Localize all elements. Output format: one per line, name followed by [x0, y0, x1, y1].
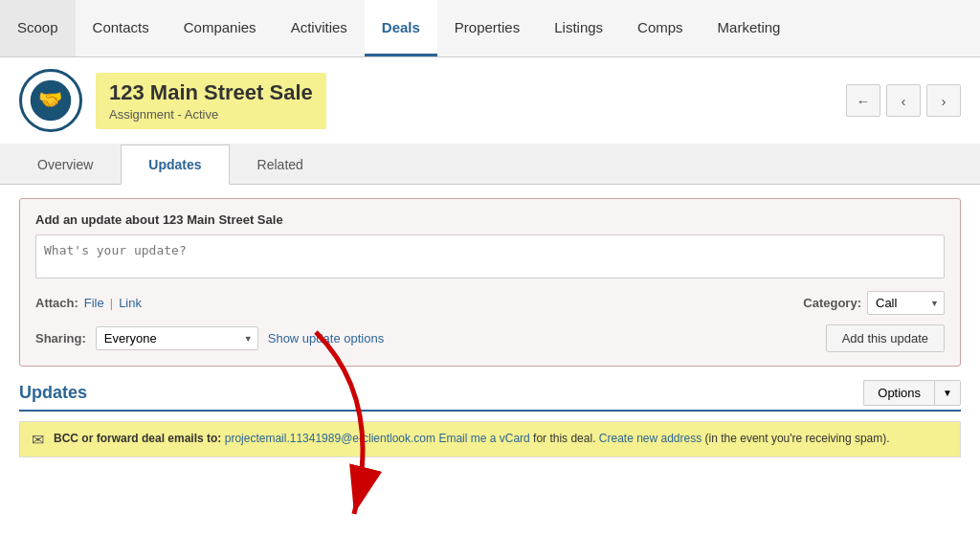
- nav-item-companies[interactable]: Companies: [167, 0, 274, 56]
- deal-header: 🤝 123 Main Street Sale Assignment - Acti…: [0, 57, 980, 144]
- attach-file-link[interactable]: File: [84, 296, 104, 310]
- options-button[interactable]: Options: [863, 380, 934, 406]
- update-form-attach-row: Attach: File | Link Category: CallEmailM…: [35, 291, 945, 315]
- deal-avatar: 🤝: [19, 69, 82, 132]
- svg-text:🤝: 🤝: [38, 87, 63, 112]
- show-options-link[interactable]: Show update options: [268, 331, 384, 346]
- update-textarea[interactable]: [35, 234, 945, 279]
- nav-item-contacts[interactable]: Contacts: [76, 0, 167, 56]
- nav-next-button[interactable]: ›: [926, 84, 961, 117]
- sharing-label: Sharing:: [35, 331, 86, 346]
- attach-separator: |: [110, 296, 113, 310]
- email-bar-text: BCC or forward deal emails to: projectem…: [54, 430, 890, 447]
- email-bar-spam-note: (in the event you're receiving spam).: [705, 432, 890, 445]
- nav-item-listings[interactable]: Listings: [537, 0, 620, 56]
- create-new-address-link[interactable]: Create new address: [599, 432, 702, 445]
- sharing-row: Sharing: EveryoneJust MeTeam Show update…: [35, 324, 945, 352]
- nav-item-properties[interactable]: Properties: [437, 0, 537, 56]
- nav-item-comps[interactable]: Comps: [620, 0, 701, 56]
- options-arrow-button[interactable]: ▼: [934, 380, 961, 406]
- updates-title: Updates: [19, 383, 87, 403]
- nav-bar: ScoopContactsCompaniesActivitiesDealsPro…: [0, 0, 980, 57]
- category-label: Category:: [803, 296, 861, 310]
- nav-item-deals[interactable]: Deals: [365, 0, 437, 56]
- email-bar-for-deal: for this deal.: [533, 432, 595, 445]
- email-vcard-link[interactable]: Email me a vCard: [438, 432, 529, 445]
- attach-link-link[interactable]: Link: [119, 296, 142, 310]
- nav-prev-button[interactable]: ‹: [886, 84, 921, 117]
- attach-label: Attach:: [35, 296, 78, 310]
- email-bar-prefix: BCC or forward deal emails to:: [54, 432, 221, 445]
- deal-subtitle: Assignment - Active: [109, 107, 313, 122]
- tabs-bar: OverviewUpdatesRelated: [0, 144, 980, 185]
- update-form-title: Add an update about 123 Main Street Sale: [35, 212, 945, 227]
- nav-item-scoop[interactable]: Scoop: [0, 0, 76, 56]
- update-form: Add an update about 123 Main Street Sale…: [19, 198, 961, 367]
- email-notification-bar: ✉ BCC or forward deal emails to: project…: [19, 421, 961, 457]
- nav-item-activities[interactable]: Activities: [274, 0, 365, 56]
- email-bar-address[interactable]: projectemail.11341989@e-clientlook.com: [225, 432, 435, 445]
- updates-section: Updates Options ▼ ✉ BCC or forward deal …: [0, 380, 980, 457]
- nav-back-button[interactable]: ←: [846, 84, 880, 117]
- tab-updates[interactable]: Updates: [121, 145, 229, 185]
- deal-nav-buttons: ← ‹ ›: [846, 84, 961, 117]
- tab-overview[interactable]: Overview: [10, 145, 121, 185]
- deal-title-block: 123 Main Street Sale Assignment - Active: [96, 73, 326, 129]
- email-icon: ✉: [32, 431, 44, 449]
- category-select[interactable]: CallEmailMeetingNoteTask: [867, 291, 945, 315]
- nav-item-marketing[interactable]: Marketing: [701, 0, 798, 56]
- options-button-group: Options ▼: [863, 380, 961, 406]
- tab-related[interactable]: Related: [230, 145, 331, 185]
- main-content: Add an update about 123 Main Street Sale…: [0, 198, 980, 457]
- deal-title: 123 Main Street Sale: [109, 80, 313, 105]
- add-update-button[interactable]: Add this update: [826, 324, 945, 352]
- sharing-select[interactable]: EveryoneJust MeTeam: [96, 326, 258, 350]
- updates-header: Updates Options ▼: [19, 380, 961, 412]
